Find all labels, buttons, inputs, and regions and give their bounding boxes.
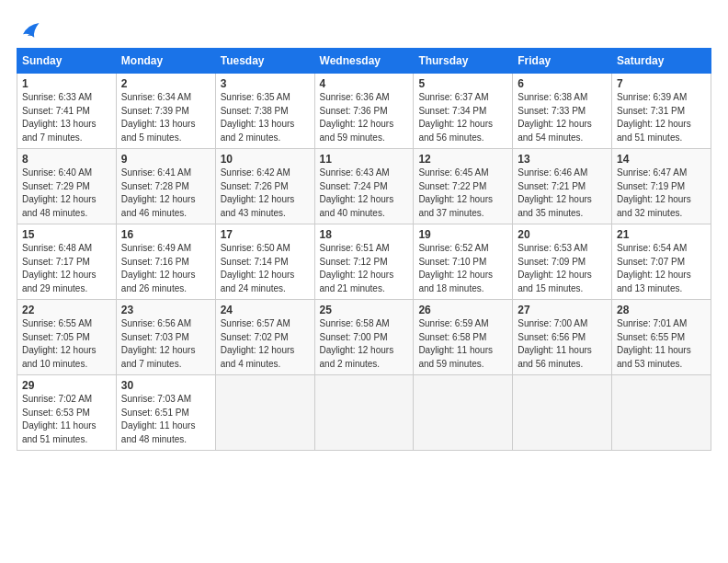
day-number: 23 <box>121 304 210 316</box>
calendar-cell <box>612 375 711 451</box>
day-number: 10 <box>221 153 310 166</box>
day-info: Sunrise: 6:37 AMSunset: 7:34 PMDaylight:… <box>418 91 507 144</box>
day-number: 11 <box>320 153 409 166</box>
day-number: 28 <box>617 304 706 316</box>
day-info: Sunrise: 6:34 AMSunset: 7:39 PMDaylight:… <box>121 91 210 144</box>
day-number: 2 <box>121 77 210 90</box>
day-info: Sunrise: 6:42 AMSunset: 7:26 PMDaylight:… <box>221 167 310 220</box>
calendar-week-row: 29Sunrise: 7:02 AMSunset: 6:53 PMDayligh… <box>17 375 711 451</box>
day-number: 25 <box>320 304 409 316</box>
calendar-cell: 18Sunrise: 6:51 AMSunset: 7:12 PMDayligh… <box>314 224 414 300</box>
calendar-week-row: 15Sunrise: 6:48 AMSunset: 7:17 PMDayligh… <box>17 224 711 300</box>
day-number: 18 <box>320 228 409 241</box>
day-number: 13 <box>518 153 607 166</box>
calendar-cell: 24Sunrise: 6:57 AMSunset: 7:02 PMDayligh… <box>215 300 314 375</box>
calendar-week-row: 1Sunrise: 6:33 AMSunset: 7:41 PMDaylight… <box>17 74 711 149</box>
day-info: Sunrise: 6:52 AMSunset: 7:10 PMDaylight:… <box>418 242 507 295</box>
day-info: Sunrise: 6:41 AMSunset: 7:28 PMDaylight:… <box>121 167 210 220</box>
day-info: Sunrise: 6:35 AMSunset: 7:38 PMDaylight:… <box>221 91 310 144</box>
day-info: Sunrise: 6:56 AMSunset: 7:03 PMDaylight:… <box>121 317 210 371</box>
calendar-cell: 5Sunrise: 6:37 AMSunset: 7:34 PMDaylight… <box>414 74 513 149</box>
calendar-cell: 9Sunrise: 6:41 AMSunset: 7:28 PMDaylight… <box>116 149 215 224</box>
calendar-cell: 11Sunrise: 6:43 AMSunset: 7:24 PMDayligh… <box>314 149 414 224</box>
day-number: 4 <box>320 77 409 90</box>
calendar-week-row: 22Sunrise: 6:55 AMSunset: 7:05 PMDayligh… <box>17 300 711 375</box>
day-number: 9 <box>121 153 210 166</box>
calendar-cell: 7Sunrise: 6:39 AMSunset: 7:31 PMDaylight… <box>612 74 711 149</box>
day-info: Sunrise: 6:39 AMSunset: 7:31 PMDaylight:… <box>617 91 706 144</box>
day-number: 7 <box>617 77 706 90</box>
day-number: 30 <box>121 379 210 392</box>
day-info: Sunrise: 6:55 AMSunset: 7:05 PMDaylight:… <box>22 317 111 371</box>
page: SundayMondayTuesdayWednesdayThursdayFrid… <box>0 0 728 563</box>
calendar-cell: 13Sunrise: 6:46 AMSunset: 7:21 PMDayligh… <box>513 149 612 224</box>
calendar-cell: 4Sunrise: 6:36 AMSunset: 7:36 PMDaylight… <box>314 74 414 149</box>
day-number: 21 <box>617 228 706 241</box>
header <box>17 17 711 42</box>
day-number: 5 <box>418 77 507 90</box>
weekday-header-tuesday: Tuesday <box>215 49 314 74</box>
day-info: Sunrise: 6:38 AMSunset: 7:33 PMDaylight:… <box>518 91 607 144</box>
calendar-cell <box>513 375 612 451</box>
day-number: 3 <box>221 77 310 90</box>
day-info: Sunrise: 6:45 AMSunset: 7:22 PMDaylight:… <box>418 167 507 220</box>
day-number: 16 <box>121 228 210 241</box>
calendar-cell: 12Sunrise: 6:45 AMSunset: 7:22 PMDayligh… <box>414 149 513 224</box>
day-info: Sunrise: 6:51 AMSunset: 7:12 PMDaylight:… <box>320 242 409 295</box>
calendar-cell: 19Sunrise: 6:52 AMSunset: 7:10 PMDayligh… <box>414 224 513 300</box>
calendar-week-row: 8Sunrise: 6:40 AMSunset: 7:29 PMDaylight… <box>17 149 711 224</box>
calendar-cell: 22Sunrise: 6:55 AMSunset: 7:05 PMDayligh… <box>17 300 117 375</box>
day-info: Sunrise: 6:47 AMSunset: 7:19 PMDaylight:… <box>617 167 706 220</box>
day-info: Sunrise: 6:49 AMSunset: 7:16 PMDaylight:… <box>121 242 210 295</box>
day-info: Sunrise: 6:46 AMSunset: 7:21 PMDaylight:… <box>518 167 607 220</box>
calendar-cell: 28Sunrise: 7:01 AMSunset: 6:55 PMDayligh… <box>612 300 711 375</box>
calendar-cell: 23Sunrise: 6:56 AMSunset: 7:03 PMDayligh… <box>116 300 215 375</box>
weekday-header-friday: Friday <box>513 49 612 74</box>
calendar-cell: 14Sunrise: 6:47 AMSunset: 7:19 PMDayligh… <box>612 149 711 224</box>
calendar-cell: 2Sunrise: 6:34 AMSunset: 7:39 PMDaylight… <box>116 74 215 149</box>
day-info: Sunrise: 6:59 AMSunset: 6:58 PMDaylight:… <box>418 317 507 371</box>
calendar-cell: 15Sunrise: 6:48 AMSunset: 7:17 PMDayligh… <box>17 224 117 300</box>
calendar-cell <box>314 375 414 451</box>
day-number: 14 <box>617 153 706 166</box>
day-number: 12 <box>418 153 507 166</box>
calendar-cell: 10Sunrise: 6:42 AMSunset: 7:26 PMDayligh… <box>215 149 314 224</box>
day-number: 1 <box>22 77 111 90</box>
calendar-cell: 8Sunrise: 6:40 AMSunset: 7:29 PMDaylight… <box>17 149 117 224</box>
calendar-cell: 21Sunrise: 6:54 AMSunset: 7:07 PMDayligh… <box>612 224 711 300</box>
day-info: Sunrise: 6:40 AMSunset: 7:29 PMDaylight:… <box>22 167 111 220</box>
logo-area <box>17 17 46 42</box>
day-info: Sunrise: 6:43 AMSunset: 7:24 PMDaylight:… <box>320 167 409 220</box>
day-info: Sunrise: 7:03 AMSunset: 6:51 PMDaylight:… <box>121 393 210 446</box>
calendar-cell: 17Sunrise: 6:50 AMSunset: 7:14 PMDayligh… <box>215 224 314 300</box>
logo-bird-icon <box>17 17 42 42</box>
calendar-cell: 29Sunrise: 7:02 AMSunset: 6:53 PMDayligh… <box>17 375 117 451</box>
day-number: 27 <box>518 304 607 316</box>
day-number: 15 <box>22 228 111 241</box>
day-info: Sunrise: 6:57 AMSunset: 7:02 PMDaylight:… <box>221 317 310 371</box>
calendar-cell: 16Sunrise: 6:49 AMSunset: 7:16 PMDayligh… <box>116 224 215 300</box>
day-info: Sunrise: 6:36 AMSunset: 7:36 PMDaylight:… <box>320 91 409 144</box>
day-info: Sunrise: 6:54 AMSunset: 7:07 PMDaylight:… <box>617 242 706 295</box>
day-info: Sunrise: 6:48 AMSunset: 7:17 PMDaylight:… <box>22 242 111 295</box>
calendar-cell: 20Sunrise: 6:53 AMSunset: 7:09 PMDayligh… <box>513 224 612 300</box>
day-info: Sunrise: 7:01 AMSunset: 6:55 PMDaylight:… <box>617 317 706 371</box>
weekday-header-sunday: Sunday <box>17 49 117 74</box>
day-info: Sunrise: 6:33 AMSunset: 7:41 PMDaylight:… <box>22 91 111 144</box>
calendar-cell: 26Sunrise: 6:59 AMSunset: 6:58 PMDayligh… <box>414 300 513 375</box>
day-number: 26 <box>418 304 507 316</box>
day-number: 17 <box>221 228 310 241</box>
day-info: Sunrise: 7:02 AMSunset: 6:53 PMDaylight:… <box>22 393 111 446</box>
calendar-cell <box>414 375 513 451</box>
day-number: 6 <box>518 77 607 90</box>
calendar-cell: 3Sunrise: 6:35 AMSunset: 7:38 PMDaylight… <box>215 74 314 149</box>
day-number: 20 <box>518 228 607 241</box>
calendar-cell: 1Sunrise: 6:33 AMSunset: 7:41 PMDaylight… <box>17 74 117 149</box>
weekday-header-wednesday: Wednesday <box>314 49 414 74</box>
day-number: 8 <box>22 153 111 166</box>
day-number: 19 <box>418 228 507 241</box>
calendar-cell: 25Sunrise: 6:58 AMSunset: 7:00 PMDayligh… <box>314 300 414 375</box>
day-number: 29 <box>22 379 111 392</box>
weekday-header-thursday: Thursday <box>414 49 513 74</box>
calendar-cell: 30Sunrise: 7:03 AMSunset: 6:51 PMDayligh… <box>116 375 215 451</box>
